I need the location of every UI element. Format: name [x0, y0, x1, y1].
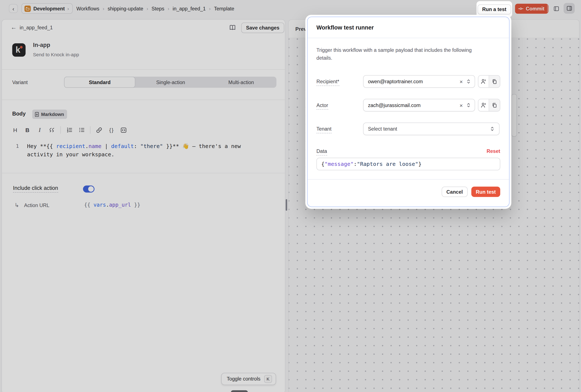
- run-a-test-button[interactable]: Run a test: [478, 4, 511, 14]
- copy-recipient-button[interactable]: [489, 76, 500, 87]
- tenant-placeholder: Select tenant: [368, 126, 490, 132]
- clear-actor-icon[interactable]: ×: [460, 102, 463, 108]
- clear-recipient-icon[interactable]: ×: [460, 79, 463, 84]
- modal-footer: Cancel Run test: [308, 179, 509, 207]
- cancel-button[interactable]: Cancel: [442, 187, 468, 197]
- actor-actions: [478, 99, 500, 111]
- actor-field-row: Actor zach@jurassicmail.com ×: [316, 99, 500, 111]
- updown-chevron-icon: [466, 78, 471, 84]
- actor-combobox[interactable]: zach@jurassicmail.com ×: [363, 99, 475, 111]
- updown-chevron-icon: [490, 126, 495, 132]
- actor-label: Actor: [316, 102, 363, 108]
- run-a-test-label: Run a test: [482, 6, 506, 12]
- updown-chevron-icon: [466, 102, 471, 108]
- actor-value: zach@jurassicmail.com: [368, 102, 460, 108]
- data-label: Data: [316, 148, 327, 154]
- tenant-field-row: Tenant Select tenant: [316, 122, 500, 135]
- workflow-test-runner-modal: Workflow test runner Trigger this workfl…: [306, 15, 511, 209]
- modal-header: Workflow test runner: [308, 17, 509, 38]
- recipient-value: owen@raptortrainer.com: [368, 79, 460, 84]
- browse-users-button[interactable]: [478, 99, 489, 111]
- reset-data-link[interactable]: Reset: [487, 148, 500, 154]
- recipient-actions: [478, 75, 500, 88]
- run-test-button[interactable]: Run test: [471, 187, 500, 197]
- data-json-input[interactable]: {"message": "Raptors are loose"}: [316, 158, 500, 170]
- app-window: ‹ Development › Workflows › shipping-upd…: [0, 0, 581, 392]
- data-field-header: Data Reset: [316, 148, 500, 154]
- modal-description: Trigger this workflow with a sample payl…: [316, 46, 484, 62]
- copy-actor-button[interactable]: [489, 99, 500, 111]
- recipient-combobox[interactable]: owen@raptortrainer.com ×: [363, 75, 475, 88]
- tenant-select[interactable]: Select tenant: [363, 122, 500, 135]
- recipient-field-row: Recipient* owen@raptortrainer.com ×: [316, 75, 500, 88]
- modal-title: Workflow test runner: [316, 24, 500, 31]
- recipient-label: Recipient*: [316, 79, 363, 84]
- browse-users-button[interactable]: [478, 76, 489, 87]
- tenant-label: Tenant: [316, 126, 363, 132]
